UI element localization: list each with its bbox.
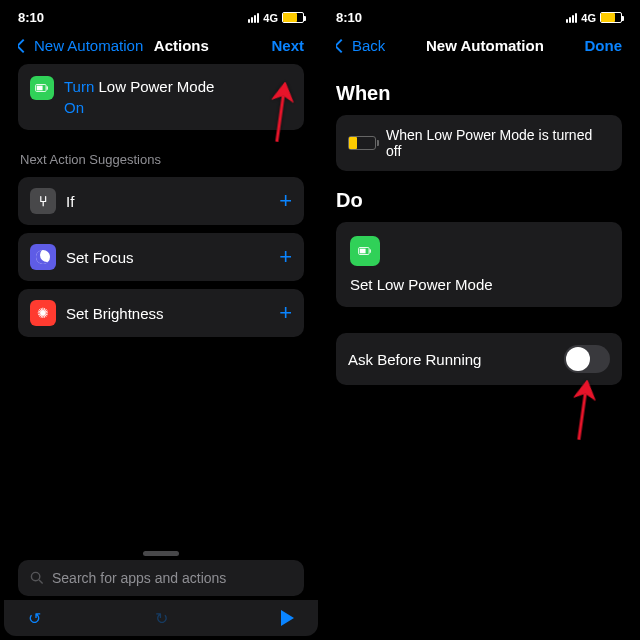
redo-button[interactable]: ↻ xyxy=(155,609,168,628)
svg-line-4 xyxy=(39,580,43,584)
signal-icon xyxy=(566,13,577,23)
status-time: 8:10 xyxy=(18,10,44,25)
back-button[interactable]: Back xyxy=(336,37,385,54)
run-button[interactable] xyxy=(281,610,294,626)
action-verb: Turn xyxy=(64,78,94,95)
when-header: When xyxy=(336,82,622,105)
svg-point-3 xyxy=(31,572,39,580)
ask-toggle[interactable] xyxy=(564,345,610,373)
add-icon[interactable]: + xyxy=(279,188,292,214)
status-bar: 8:10 4G xyxy=(4,4,318,27)
svg-rect-2 xyxy=(37,86,43,91)
nav-title: Actions xyxy=(154,37,209,54)
drag-handle[interactable] xyxy=(143,551,179,556)
svg-rect-7 xyxy=(360,249,366,254)
network-label: 4G xyxy=(581,12,596,24)
add-icon[interactable]: + xyxy=(279,244,292,270)
suggestion-focus[interactable]: Set Focus + xyxy=(18,233,304,281)
chevron-left-icon xyxy=(336,38,348,52)
status-time: 8:10 xyxy=(336,10,362,25)
done-button[interactable]: Done xyxy=(584,37,622,54)
search-icon xyxy=(30,571,44,585)
undo-button[interactable]: ↺ xyxy=(28,609,41,628)
nav-title: New Automation xyxy=(426,37,544,54)
chevron-left-icon xyxy=(18,38,30,52)
branch-icon: ⑂ xyxy=(30,188,56,214)
nav-bar: Back New Automation Done xyxy=(322,27,636,64)
moon-icon xyxy=(30,244,56,270)
search-input[interactable]: Search for apps and actions xyxy=(18,560,304,596)
action-card[interactable]: Turn Low Power Mode On xyxy=(18,64,304,130)
low-power-icon xyxy=(30,76,54,100)
phone-left: 8:10 4G New Automation Actions Next Turn… xyxy=(4,4,318,636)
suggestions-header: Next Action Suggestions xyxy=(18,152,304,167)
ask-before-running-row: Ask Before Running xyxy=(336,333,622,385)
next-button[interactable]: Next xyxy=(271,37,304,54)
low-power-icon xyxy=(350,236,380,266)
action-object: Low Power Mode xyxy=(98,78,214,95)
back-button[interactable]: New Automation xyxy=(18,37,143,54)
svg-rect-6 xyxy=(370,249,371,253)
signal-icon xyxy=(248,13,259,23)
sparkle-icon: ✺ xyxy=(30,300,56,326)
trigger-row[interactable]: When Low Power Mode is turned off xyxy=(336,115,622,171)
svg-rect-1 xyxy=(47,86,48,90)
battery-icon xyxy=(282,12,304,23)
nav-bar: New Automation Actions Next xyxy=(4,27,318,64)
phone-right: 8:10 4G Back New Automation Done When Wh… xyxy=(322,4,636,636)
suggestion-if[interactable]: ⑂ If + xyxy=(18,177,304,225)
suggestion-brightness[interactable]: ✺ Set Brightness + xyxy=(18,289,304,337)
network-label: 4G xyxy=(263,12,278,24)
do-header: Do xyxy=(336,189,622,212)
action-state: On xyxy=(64,99,84,116)
toolbar: ↺ ↻ xyxy=(4,600,318,636)
battery-low-icon xyxy=(348,136,376,150)
battery-icon xyxy=(600,12,622,23)
do-action-card[interactable]: Set Low Power Mode xyxy=(336,222,622,307)
add-icon[interactable]: + xyxy=(279,300,292,326)
status-bar: 8:10 4G xyxy=(322,4,636,27)
